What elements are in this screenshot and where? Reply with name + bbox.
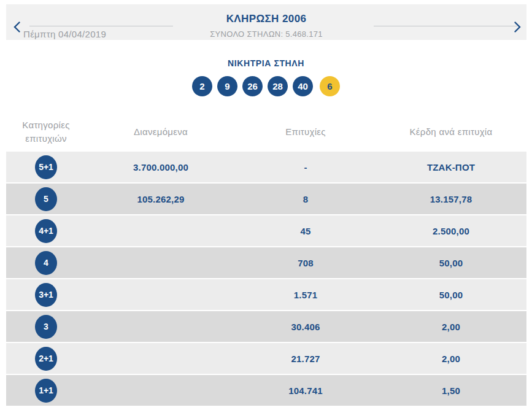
next-draw-button[interactable] xyxy=(511,20,524,35)
prize-value: 1,50 xyxy=(376,385,526,396)
chevron-right-icon xyxy=(514,21,521,34)
category-badge: 1+1 xyxy=(35,379,57,403)
prize-value: 50,00 xyxy=(376,258,526,268)
winners-value: - xyxy=(236,162,376,172)
prize-value: 2.500,00 xyxy=(376,226,526,236)
table-row: 3 30.406 2,00 xyxy=(6,311,526,342)
winners-value: 30.406 xyxy=(236,322,376,332)
distributed-value: 3.700.000,00 xyxy=(86,162,236,172)
category-badge: 4+1 xyxy=(35,219,57,243)
prize-table: Κατηγορίες επιτυχιών Διανεμόμενα Επιτυχί… xyxy=(6,112,526,407)
winning-number-ball: 40 xyxy=(293,76,313,96)
prize-table-header: Κατηγορίες επιτυχιών Διανεμόμενα Επιτυχί… xyxy=(6,112,526,152)
prize-value: 50,00 xyxy=(376,290,526,300)
winners-value: 8 xyxy=(236,194,376,204)
prize-table-body: 5+1 3.700.000,00 - ΤΖΑΚ-ΠΟΤ 5 105.262,29… xyxy=(6,152,526,406)
draw-title: ΚΛΗΡΩΣΗ 2006 xyxy=(6,13,526,25)
joker-number-ball: 6 xyxy=(320,76,340,96)
winners-value: 45 xyxy=(236,226,376,236)
category-badge: 3+1 xyxy=(35,283,57,307)
category-badge: 5 xyxy=(35,187,57,211)
category-badge: 4 xyxy=(35,251,57,275)
column-header-categories: Κατηγορίες επιτυχιών xyxy=(6,118,86,145)
category-badge: 3 xyxy=(35,315,57,339)
winning-number-ball: 9 xyxy=(217,76,237,96)
winning-column-heading: ΝΙΚΗΤΡΙΑ ΣΤΗΛΗ xyxy=(0,58,532,68)
winning-numbers: 2 9 26 28 40 6 xyxy=(0,76,532,96)
category-badge: 5+1 xyxy=(35,155,57,179)
table-row: 2+1 21.727 2,00 xyxy=(6,343,526,374)
winners-value: 708 xyxy=(236,258,376,268)
winning-column-section: ΝΙΚΗΤΡΙΑ ΣΤΗΛΗ 2 9 26 28 40 6 xyxy=(0,58,532,96)
column-header-prize: Κέρδη ανά επιτυχία xyxy=(376,125,526,139)
winning-number-ball: 26 xyxy=(242,76,263,96)
total-columns-label: ΣΥΝΟΛΟ ΣΤΗΛΩΝ: 5.468.171 xyxy=(6,29,526,39)
table-row: 5 105.262,29 8 13.157,78 xyxy=(6,184,526,214)
winners-value: 1.571 xyxy=(236,290,376,300)
table-row: 3+1 1.571 50,00 xyxy=(6,279,526,310)
draw-navigation-band: Πέμπτη 04/04/2019 ΚΛΗΡΩΣΗ 2006 ΣΥΝΟΛΟ ΣΤ… xyxy=(6,4,526,40)
winners-value: 104.741 xyxy=(236,385,376,396)
table-row: 4+1 45 2.500,00 xyxy=(6,215,526,246)
prize-value: ΤΖΑΚ-ΠΟΤ xyxy=(376,162,526,172)
category-badge: 2+1 xyxy=(35,347,57,371)
distributed-value: 105.262,29 xyxy=(86,194,236,204)
winning-number-ball: 28 xyxy=(268,76,288,96)
table-row: 5+1 3.700.000,00 - ΤΖΑΚ-ΠΟΤ xyxy=(6,152,526,182)
column-header-winners: Επιτυχίες xyxy=(236,125,376,139)
winners-value: 21.727 xyxy=(236,354,376,364)
prize-value: 2,00 xyxy=(376,354,526,364)
table-row: 4 708 50,00 xyxy=(6,247,526,278)
table-row: 1+1 104.741 1,50 xyxy=(6,375,526,406)
column-header-distributed: Διανεμόμενα xyxy=(86,125,236,139)
prize-value: 13.157,78 xyxy=(376,194,526,204)
winning-number-ball: 2 xyxy=(192,76,212,96)
prize-value: 2,00 xyxy=(376,322,526,332)
draw-header: ΚΛΗΡΩΣΗ 2006 ΣΥΝΟΛΟ ΣΤΗΛΩΝ: 5.468.171 xyxy=(6,13,526,39)
